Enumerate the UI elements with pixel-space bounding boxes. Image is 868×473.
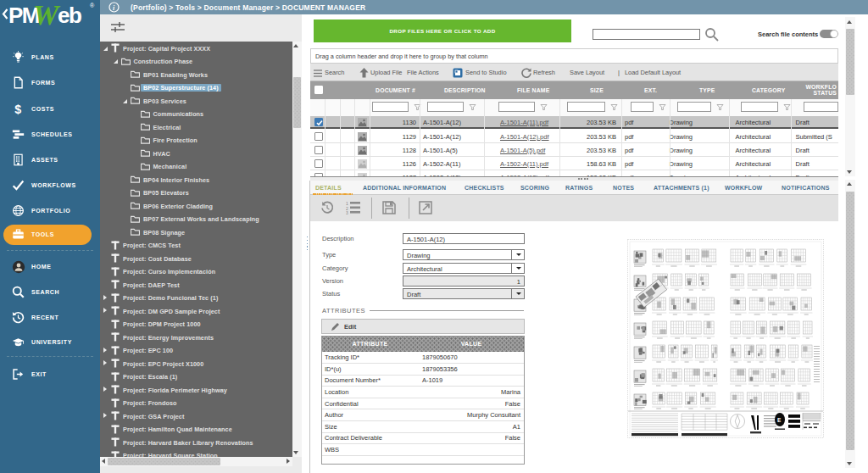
svg-text:E: E [777,417,782,423]
svg-text:3: 3 [346,210,348,214]
svg-text:i: i [113,4,115,12]
svg-text:$: $ [14,103,21,115]
svg-text:eb: eb [58,3,81,28]
svg-text:®: ® [90,3,95,8]
